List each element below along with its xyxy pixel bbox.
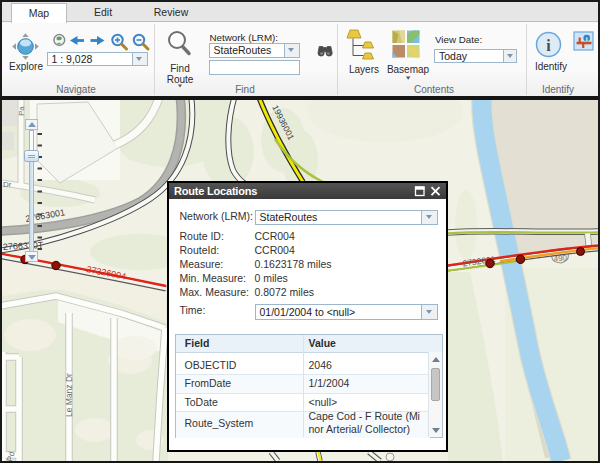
svg-text:i: i	[546, 37, 551, 54]
svg-text:Pa: Pa	[17, 106, 26, 116]
svg-text:i: i	[586, 35, 588, 42]
svg-text:Le Manz Dr: Le Manz Dr	[64, 373, 74, 417]
svg-text:Dr: Dr	[3, 180, 12, 189]
